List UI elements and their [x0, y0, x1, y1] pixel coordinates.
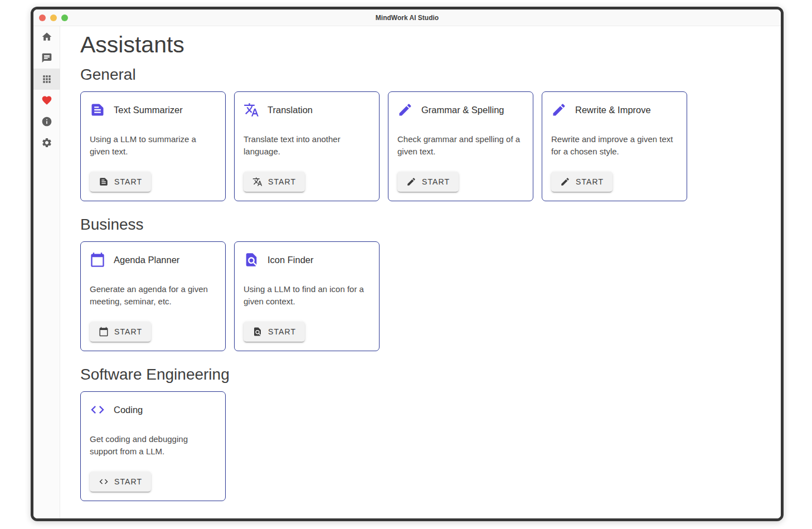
- traffic-light-zoom[interactable]: [61, 14, 68, 21]
- card-header: Coding: [90, 402, 216, 418]
- sidebar: [33, 26, 60, 518]
- start-button[interactable]: START: [244, 172, 305, 192]
- sidebar-item-chats[interactable]: [33, 47, 60, 69]
- info-icon: [41, 116, 52, 127]
- start-button-label: START: [114, 327, 142, 336]
- assistant-card: Grammar & Spelling Check grammar and spe…: [388, 91, 533, 201]
- section-title: General: [80, 66, 761, 84]
- window-title: MindWork AI Studio: [33, 14, 781, 22]
- start-button-label: START: [268, 327, 296, 336]
- assistant-card: Translation Translate text into another …: [234, 91, 380, 201]
- translate-icon: [244, 102, 259, 118]
- assistant-card: Text Summarizer Using a LLM to summarize…: [80, 91, 226, 201]
- pencil-icon: [406, 177, 416, 187]
- text-snippet-icon: [99, 177, 109, 187]
- assistant-card: Agenda Planner Generate an agenda for a …: [80, 241, 226, 351]
- start-button-label: START: [576, 177, 604, 186]
- code-icon: [99, 477, 109, 487]
- calendar-icon: [99, 327, 109, 337]
- assistant-section: General Text Summarizer Using a LLM to s…: [80, 66, 761, 201]
- section-title: Software Engineering: [80, 366, 761, 384]
- card-title: Text Summarizer: [114, 105, 183, 115]
- card-header: Text Summarizer: [90, 102, 216, 118]
- start-button[interactable]: START: [90, 172, 151, 192]
- text-snippet-icon: [90, 102, 105, 118]
- pencil-icon: [551, 102, 567, 118]
- translate-icon: [252, 177, 262, 187]
- start-button[interactable]: START: [244, 322, 305, 342]
- heart-icon: [41, 95, 52, 106]
- card-header: Rewrite & Improve: [551, 102, 678, 118]
- card-title: Translation: [268, 105, 313, 115]
- start-button-label: START: [114, 477, 142, 486]
- card-description: Using a LLM to find an icon for a given …: [244, 283, 370, 308]
- card-title: Rewrite & Improve: [575, 105, 651, 115]
- card-title: Agenda Planner: [114, 255, 179, 265]
- find-in-page-icon: [252, 327, 262, 337]
- gear-icon: [41, 137, 52, 148]
- card-description: Rewrite and improve a given text for a c…: [551, 133, 678, 158]
- assistant-section: Business Agenda Planner Generate an agen…: [80, 216, 761, 351]
- traffic-light-minimize[interactable]: [50, 14, 57, 21]
- card-title: Grammar & Spelling: [421, 105, 504, 115]
- start-button-label: START: [114, 177, 142, 186]
- card-title: Icon Finder: [268, 255, 314, 265]
- sidebar-item-settings[interactable]: [33, 132, 60, 153]
- traffic-lights: [39, 14, 68, 21]
- sidebar-item-home[interactable]: [33, 26, 60, 47]
- title-bar: MindWork AI Studio: [33, 9, 781, 26]
- pencil-icon: [560, 177, 570, 187]
- sidebar-item-about[interactable]: [33, 111, 60, 132]
- apps-icon: [41, 74, 52, 85]
- assistant-card: Rewrite & Improve Rewrite and improve a …: [542, 91, 687, 201]
- card-header: Grammar & Spelling: [397, 102, 524, 118]
- find-in-page-icon: [244, 252, 259, 268]
- card-row: Coding Get coding and debugging support …: [80, 391, 761, 501]
- traffic-light-close[interactable]: [39, 14, 46, 21]
- sidebar-item-favorites[interactable]: [33, 90, 60, 111]
- start-button-label: START: [422, 177, 450, 186]
- card-header: Icon Finder: [244, 252, 370, 268]
- card-row: Agenda Planner Generate an agenda for a …: [80, 241, 761, 351]
- card-description: Generate an agenda for a given meeting, …: [90, 283, 216, 308]
- home-icon: [41, 31, 52, 42]
- card-header: Agenda Planner: [90, 252, 216, 268]
- sidebar-item-assistants[interactable]: [33, 69, 60, 90]
- start-button-label: START: [268, 177, 296, 186]
- start-button[interactable]: START: [90, 322, 151, 342]
- card-title: Coding: [114, 405, 143, 415]
- card-row: Text Summarizer Using a LLM to summarize…: [80, 91, 761, 201]
- section-title: Business: [80, 216, 761, 234]
- card-header: Translation: [244, 102, 370, 118]
- start-button[interactable]: START: [397, 172, 459, 192]
- page-title: Assistants: [80, 32, 761, 58]
- start-button[interactable]: START: [551, 172, 612, 192]
- main-content: Assistants General Text Summarizer Using…: [60, 26, 781, 518]
- app-window: MindWork AI Studio Assistants General Te…: [31, 7, 784, 521]
- card-description: Using a LLM to summarize a given text.: [90, 133, 216, 158]
- sections-container: General Text Summarizer Using a LLM to s…: [80, 66, 761, 501]
- card-description: Translate text into another language.: [244, 133, 370, 158]
- chat-icon: [41, 52, 52, 64]
- assistant-card: Coding Get coding and debugging support …: [80, 391, 226, 501]
- assistant-section: Software Engineering Coding Get coding a…: [80, 366, 761, 501]
- pencil-icon: [397, 102, 413, 118]
- start-button[interactable]: START: [90, 472, 151, 492]
- calendar-icon: [90, 252, 105, 268]
- card-description: Get coding and debugging support from a …: [90, 433, 216, 458]
- card-description: Check grammar and spelling of a given te…: [397, 133, 524, 158]
- assistant-card: Icon Finder Using a LLM to find an icon …: [234, 241, 380, 351]
- code-icon: [90, 402, 105, 418]
